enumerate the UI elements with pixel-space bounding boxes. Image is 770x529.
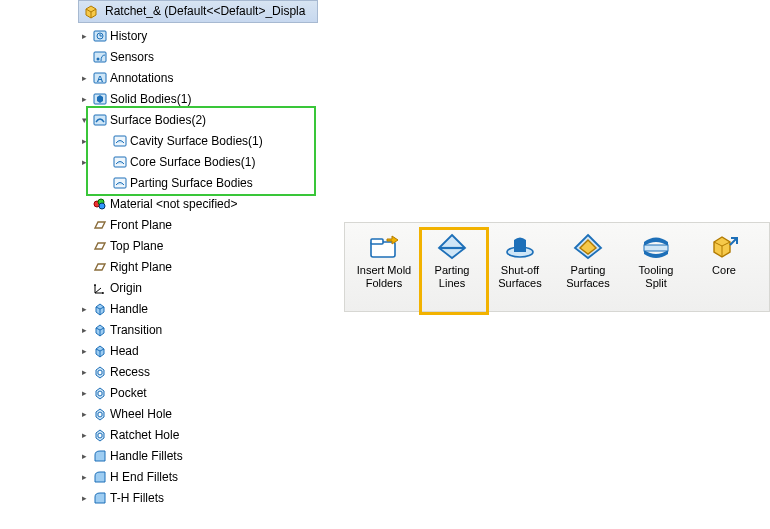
expander-icon[interactable]: ▸ bbox=[78, 156, 90, 168]
toolbar-button[interactable]: Shut-off Surfaces bbox=[489, 229, 551, 307]
toolbar-button[interactable]: Parting Lines bbox=[421, 229, 483, 307]
surface-body-sub-icon bbox=[112, 154, 128, 170]
tree-item[interactable]: Front Plane bbox=[78, 214, 318, 235]
expander-icon[interactable]: ▸ bbox=[78, 345, 90, 357]
expander-icon bbox=[78, 198, 90, 210]
toolbar-button-label: Core bbox=[712, 264, 736, 306]
plane-icon bbox=[92, 259, 108, 275]
tree-item[interactable]: ▸Transition bbox=[78, 319, 318, 340]
expander-icon[interactable]: ▸ bbox=[78, 492, 90, 504]
toolbar-button[interactable]: Insert Mold Folders bbox=[353, 229, 415, 307]
tree-item-label: H End Fillets bbox=[108, 470, 178, 484]
tree-item[interactable]: ▸History bbox=[78, 25, 318, 46]
expander-icon bbox=[78, 261, 90, 273]
cut-feature-icon bbox=[92, 427, 108, 443]
expander-icon bbox=[78, 177, 90, 189]
feature-icon bbox=[92, 322, 108, 338]
solid-bodies-icon bbox=[92, 91, 108, 107]
material-icon bbox=[92, 196, 108, 212]
expander-icon[interactable]: ▸ bbox=[78, 303, 90, 315]
tree-item[interactable]: ▸Pocket bbox=[78, 382, 318, 403]
tooling-split-icon bbox=[639, 232, 673, 262]
toolbar-button[interactable]: Parting Surfaces bbox=[557, 229, 619, 307]
expander-icon[interactable]: ▸ bbox=[78, 324, 90, 336]
expander-icon[interactable]: ▸ bbox=[78, 93, 90, 105]
expander-icon[interactable]: ▸ bbox=[78, 387, 90, 399]
expander-icon[interactable]: ▸ bbox=[78, 72, 90, 84]
toolbar-button[interactable]: Core bbox=[693, 229, 755, 307]
tree-item-label: Front Plane bbox=[108, 218, 172, 232]
toolbar-button-label: Insert Mold Folders bbox=[356, 264, 412, 306]
tree-item[interactable]: Right Plane bbox=[78, 256, 318, 277]
tree-header[interactable]: Ratchet_& (Default<<Default>_Displa bbox=[78, 0, 318, 23]
tree-item-label: Surface Bodies(2) bbox=[108, 113, 206, 127]
tree-item-label: Right Plane bbox=[108, 260, 172, 274]
expander-icon bbox=[78, 240, 90, 252]
tree-item[interactable]: Sensors bbox=[78, 46, 318, 67]
tree-item[interactable]: ▸H End Fillets bbox=[78, 466, 318, 487]
surface-bodies-icon bbox=[92, 112, 108, 128]
tree-item[interactable]: ▸T-H Fillets bbox=[78, 487, 318, 508]
tree-item-label: Origin bbox=[108, 281, 142, 295]
fillet-icon bbox=[92, 448, 108, 464]
tree-item[interactable]: ▾Surface Bodies(2) bbox=[78, 109, 318, 130]
expander-icon[interactable]: ▸ bbox=[78, 30, 90, 42]
fillet-icon bbox=[92, 490, 108, 506]
tree-item[interactable]: ▸Handle bbox=[78, 298, 318, 319]
tree-item-label: Top Plane bbox=[108, 239, 163, 253]
insert-mold-folders-icon bbox=[367, 232, 401, 262]
tree-item-label: Core Surface Bodies(1) bbox=[128, 155, 255, 169]
tree-item[interactable]: ▸Recess bbox=[78, 361, 318, 382]
expander-icon[interactable]: ▾ bbox=[78, 114, 90, 126]
expander-icon[interactable]: ▸ bbox=[78, 135, 90, 147]
expander-icon[interactable]: ▸ bbox=[78, 450, 90, 462]
annotations-icon bbox=[92, 70, 108, 86]
fillet-icon bbox=[92, 469, 108, 485]
tree-item[interactable]: Parting Surface Bodies bbox=[78, 172, 318, 193]
part-icon bbox=[83, 4, 99, 20]
sensors-icon bbox=[92, 49, 108, 65]
tree-item-label: Sensors bbox=[108, 50, 154, 64]
surface-body-sub-icon bbox=[112, 175, 128, 191]
tree-item[interactable]: ▸Handle Fillets bbox=[78, 445, 318, 466]
expander-icon[interactable]: ▸ bbox=[78, 471, 90, 483]
parting-surfaces-icon bbox=[571, 232, 605, 262]
mold-tools-toolbar: Insert Mold FoldersParting LinesShut-off… bbox=[344, 222, 770, 312]
feature-icon bbox=[92, 343, 108, 359]
tree-item-label: Material <not specified> bbox=[108, 197, 237, 211]
tree-item-label: Cavity Surface Bodies(1) bbox=[128, 134, 263, 148]
tree-item-label: History bbox=[108, 29, 147, 43]
cut-feature-icon bbox=[92, 364, 108, 380]
tree-item[interactable]: Origin bbox=[78, 277, 318, 298]
feature-icon bbox=[92, 301, 108, 317]
shutoff-surfaces-icon bbox=[503, 232, 537, 262]
toolbar-button-label: Shut-off Surfaces bbox=[492, 264, 548, 306]
tree-item[interactable]: ▸Annotations bbox=[78, 67, 318, 88]
surface-body-sub-icon bbox=[112, 133, 128, 149]
expander-icon bbox=[78, 282, 90, 294]
tree-item[interactable]: ▸Solid Bodies(1) bbox=[78, 88, 318, 109]
tree-item[interactable]: Top Plane bbox=[78, 235, 318, 256]
expander-icon[interactable]: ▸ bbox=[78, 408, 90, 420]
toolbar-button[interactable]: Tooling Split bbox=[625, 229, 687, 307]
tree-header-title: Ratchet_& (Default<<Default>_Displa bbox=[103, 1, 305, 22]
cut-feature-icon bbox=[92, 385, 108, 401]
expander-icon bbox=[78, 219, 90, 231]
history-icon bbox=[92, 28, 108, 44]
tree-item-label: Wheel Hole bbox=[108, 407, 172, 421]
tree-item[interactable]: ▸Ratchet Hole bbox=[78, 424, 318, 445]
expander-icon[interactable]: ▸ bbox=[78, 429, 90, 441]
tree-item[interactable]: ▸Core Surface Bodies(1) bbox=[78, 151, 318, 172]
expander-icon bbox=[78, 51, 90, 63]
tree-item[interactable]: Material <not specified> bbox=[78, 193, 318, 214]
tree-item[interactable]: ▸Head bbox=[78, 340, 318, 361]
tree-item-label: Handle bbox=[108, 302, 148, 316]
cut-feature-icon bbox=[92, 406, 108, 422]
tree-item[interactable]: ▸Cavity Surface Bodies(1) bbox=[78, 130, 318, 151]
expander-icon[interactable]: ▸ bbox=[78, 366, 90, 378]
core-icon bbox=[707, 232, 741, 262]
tree-item-label: Head bbox=[108, 344, 139, 358]
tree-item[interactable]: ▸Wheel Hole bbox=[78, 403, 318, 424]
toolbar-button-label: Parting Surfaces bbox=[560, 264, 616, 306]
origin-icon bbox=[92, 280, 108, 296]
